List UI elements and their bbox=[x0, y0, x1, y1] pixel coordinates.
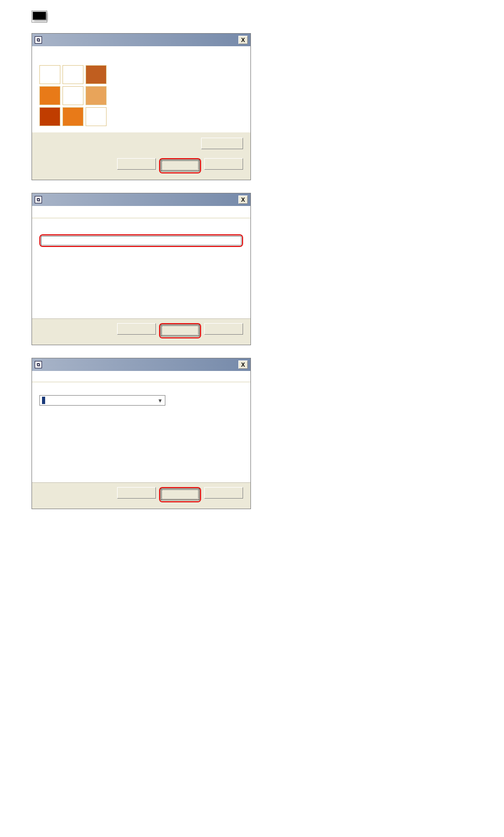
cancel-button[interactable] bbox=[204, 158, 243, 170]
back-button[interactable] bbox=[117, 487, 156, 499]
rms-input[interactable] bbox=[41, 236, 242, 245]
dialog-step08: ⧉ X ▼ bbox=[32, 358, 251, 509]
back-button[interactable] bbox=[117, 158, 156, 170]
chevron-down-icon: ▼ bbox=[158, 398, 163, 404]
app-icon: ⧉ bbox=[35, 361, 42, 368]
decorative-tiles bbox=[39, 65, 129, 126]
close-icon[interactable]: X bbox=[238, 36, 248, 44]
next-button[interactable] bbox=[161, 489, 200, 500]
cancel-button[interactable] bbox=[204, 487, 243, 499]
dialog-step07: ⧉ X bbox=[32, 193, 251, 345]
close-icon[interactable]: X bbox=[238, 195, 248, 204]
viewlog-button[interactable] bbox=[201, 138, 243, 149]
dialog-step06: ⧉ X bbox=[32, 33, 251, 180]
next-button[interactable] bbox=[161, 160, 200, 171]
db-instance-value bbox=[42, 397, 45, 404]
next-button[interactable] bbox=[161, 325, 200, 336]
back-button[interactable] bbox=[117, 323, 156, 335]
logo-banner bbox=[32, 11, 472, 23]
close-icon[interactable]: X bbox=[238, 360, 248, 369]
db-instance-dropdown[interactable]: ▼ bbox=[39, 395, 165, 406]
app-icon: ⧉ bbox=[35, 196, 42, 203]
cancel-button[interactable] bbox=[204, 323, 243, 335]
app-icon: ⧉ bbox=[35, 36, 42, 44]
